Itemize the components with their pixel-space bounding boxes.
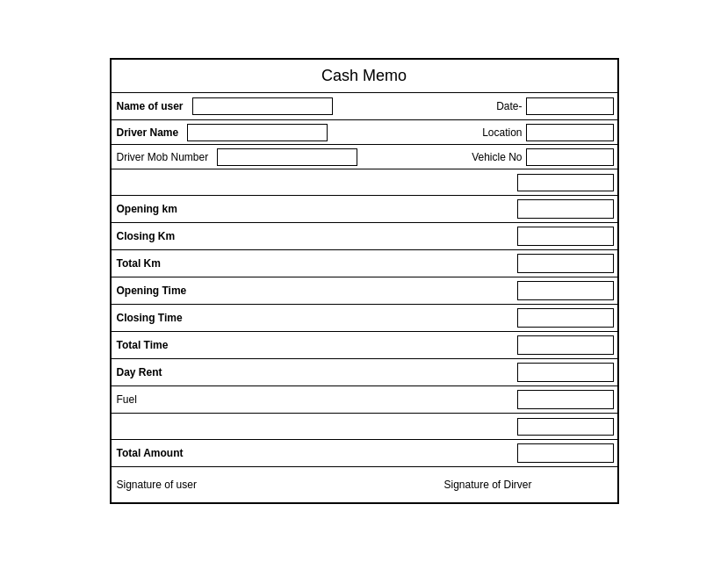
total-km-row: Total Km [112,250,617,277]
cash-memo-form: Cash Memo Name of user Date- Driver Name… [110,58,619,504]
opening-time-label: Opening Time [112,281,192,300]
name-date-row: Name of user Date- [112,93,617,120]
signature-driver-label: Signature of Dirver [364,479,612,491]
driver-mob-input[interactable] [217,148,357,166]
form-title: Cash Memo [112,60,617,93]
fuel-label: Fuel [112,390,142,409]
opening-km-label: Opening km [112,199,183,219]
signature-user-label: Signature of user [117,479,364,491]
vehicle-no-input[interactable] [526,148,614,166]
blank-row-2 [112,414,617,440]
total-time-row: Total Time [112,332,617,359]
driver-name-input[interactable] [187,124,328,141]
vehicle-no-label: Vehicle No [468,151,525,163]
mob-vehicle-row: Driver Mob Number Vehicle No [112,145,617,169]
blank-row-1 [112,169,617,196]
driver-location-row: Driver Name Location [112,120,617,145]
blank-input-1[interactable] [517,174,614,191]
opening-km-row: Opening km [112,196,617,223]
closing-km-input[interactable] [517,227,614,246]
total-km-input[interactable] [517,254,614,273]
driver-name-label: Driver Name [112,123,184,142]
driver-mob-label: Driver Mob Number [112,148,214,167]
day-rent-label: Day Rent [112,363,168,382]
closing-km-label: Closing Km [112,227,181,246]
total-amount-label: Total Amount [112,443,189,463]
closing-time-row: Closing Time [112,305,617,332]
closing-time-label: Closing Time [112,308,188,328]
signature-row: Signature of user Signature of Dirver [112,467,617,502]
location-input[interactable] [526,124,614,141]
name-of-user-input[interactable] [192,97,333,115]
day-rent-input[interactable] [517,363,614,382]
total-time-input[interactable] [517,335,614,355]
opening-time-input[interactable] [517,281,614,300]
title-text: Cash Memo [321,67,407,84]
closing-time-input[interactable] [517,308,614,328]
name-of-user-label: Name of user [112,97,189,116]
total-time-label: Total Time [112,335,174,355]
total-amount-row: Total Amount [112,440,617,467]
fuel-input[interactable] [517,390,614,409]
date-label: Date- [493,100,525,112]
blank-input-2[interactable] [517,418,614,436]
total-km-label: Total Km [112,254,166,273]
day-rent-row: Day Rent [112,359,617,386]
opening-time-row: Opening Time [112,277,617,305]
date-input[interactable] [526,97,614,115]
location-label: Location [479,126,525,139]
total-amount-input[interactable] [517,443,614,463]
closing-km-row: Closing Km [112,223,617,250]
opening-km-input[interactable] [517,199,614,219]
fuel-row: Fuel [112,386,617,414]
